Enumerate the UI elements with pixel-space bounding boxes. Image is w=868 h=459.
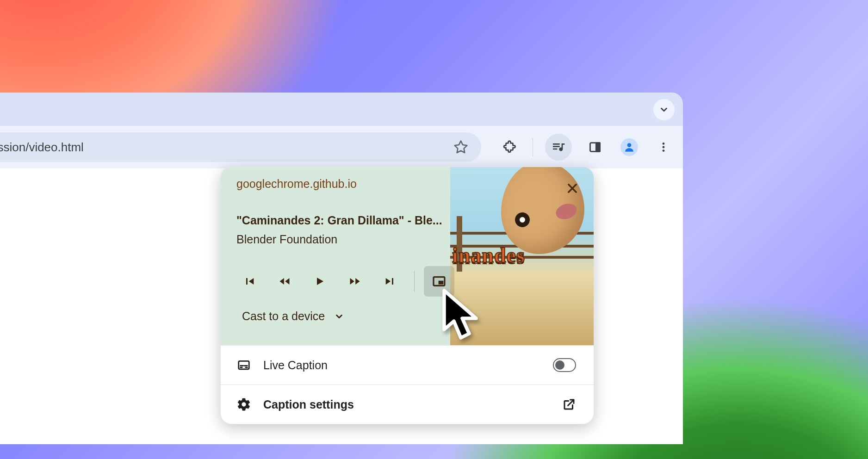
media-source: googlechrome.github.io <box>236 177 446 191</box>
media-artist: Blender Foundation <box>236 233 446 246</box>
media-playback-controls <box>236 266 454 297</box>
live-caption-toggle[interactable] <box>553 358 576 372</box>
captions-icon <box>236 358 251 372</box>
profile-button[interactable] <box>618 136 640 158</box>
caption-settings-label: Caption settings <box>263 398 550 411</box>
chevron-down-icon <box>334 311 344 322</box>
seek-backward-button[interactable] <box>272 268 298 294</box>
picture-in-picture-button[interactable] <box>424 266 454 297</box>
controls-separator <box>414 271 415 292</box>
fast-forward-icon <box>348 275 362 288</box>
bookmark-button[interactable] <box>450 136 472 158</box>
svg-rect-2 <box>596 143 600 152</box>
media-title: "Caminandes 2: Gran Dillama" - Ble... <box>236 214 446 227</box>
omnibox[interactable]: ession/video.html <box>0 132 481 162</box>
media-metadata: googlechrome.github.io "Caminandes 2: Gr… <box>236 177 446 246</box>
svg-point-6 <box>663 149 665 152</box>
cast-label: Cast to a device <box>242 310 325 323</box>
artwork-wordmark: inandes <box>450 243 594 267</box>
media-control-icon <box>551 140 566 155</box>
previous-track-button[interactable] <box>236 268 262 294</box>
skip-previous-icon <box>243 275 256 288</box>
next-track-button[interactable] <box>377 268 403 294</box>
chrome-menu-button[interactable] <box>652 136 675 158</box>
kebab-menu-icon <box>657 141 670 153</box>
seek-forward-button[interactable] <box>342 268 368 294</box>
svg-rect-10 <box>439 281 444 285</box>
svg-point-5 <box>663 146 665 149</box>
picture-in-picture-icon <box>432 274 446 289</box>
profile-avatar-icon <box>620 138 638 156</box>
play-button[interactable] <box>307 268 333 294</box>
toolbar-separator <box>533 138 533 156</box>
star-icon <box>453 140 468 155</box>
tab-search-button[interactable] <box>653 99 675 120</box>
svg-point-4 <box>663 143 665 145</box>
browser-toolbar: ession/video.html <box>0 126 683 168</box>
rewind-icon <box>278 275 291 288</box>
omnibox-url: ession/video.html <box>0 140 450 155</box>
dismiss-media-button[interactable] <box>563 179 582 198</box>
extensions-icon <box>502 140 516 154</box>
media-hub-popup: inandes googlechrome.github.io "Caminand… <box>220 167 594 424</box>
side-panel-button[interactable] <box>584 136 606 158</box>
close-icon <box>566 182 579 195</box>
side-panel-icon <box>589 141 601 154</box>
caption-settings-row[interactable]: Caption settings <box>221 385 594 424</box>
live-caption-row: Live Caption <box>221 345 594 385</box>
skip-next-icon <box>384 275 397 288</box>
svg-point-3 <box>627 143 632 147</box>
media-card: inandes googlechrome.github.io "Caminand… <box>221 167 594 345</box>
open-in-new-icon <box>562 397 576 411</box>
svg-marker-0 <box>455 141 467 153</box>
media-control-button[interactable] <box>545 134 572 161</box>
live-caption-label: Live Caption <box>263 359 541 372</box>
gear-icon <box>236 397 251 412</box>
extensions-button[interactable] <box>498 136 521 158</box>
toolbar-actions <box>498 132 675 162</box>
cast-to-device-button[interactable]: Cast to a device <box>242 310 344 323</box>
play-icon <box>314 275 325 288</box>
chevron-down-icon <box>659 105 669 115</box>
browser-tab-strip <box>0 93 683 126</box>
